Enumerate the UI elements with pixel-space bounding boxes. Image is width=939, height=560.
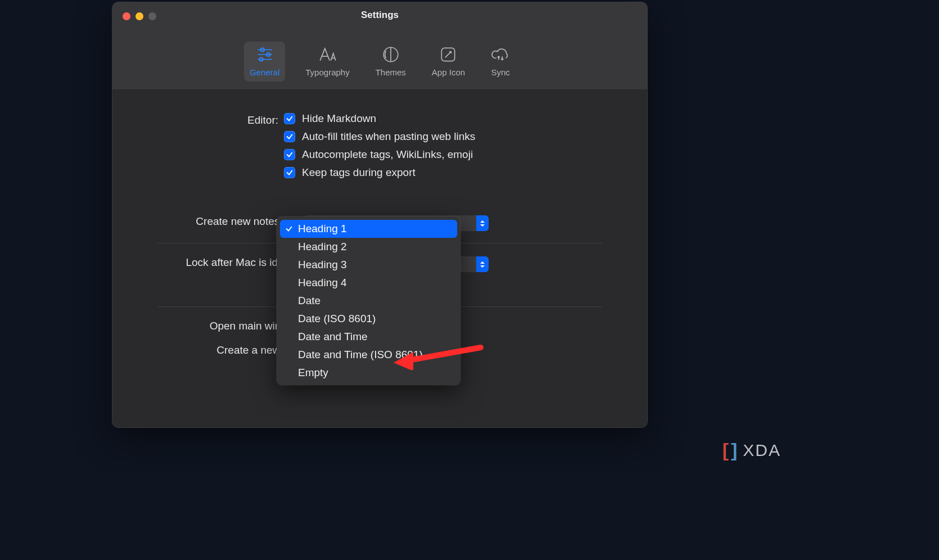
editor-section-label: Editor: (135, 112, 284, 127)
dropdown-option[interactable]: Heading 3 (280, 256, 457, 274)
tab-general[interactable]: General (244, 42, 285, 82)
tab-themes[interactable]: Themes (370, 42, 412, 82)
dropdown-option[interactable]: Heading 4 (280, 274, 457, 292)
dropdown-option[interactable]: Date and Time (280, 328, 457, 346)
checkbox-keep-tags-export[interactable] (284, 167, 295, 178)
dropdown-option[interactable]: Date and Time (ISO 8601) (280, 346, 457, 364)
dropdown-option[interactable]: Date (280, 292, 457, 310)
typography-icon (318, 45, 337, 64)
settings-window: Settings General Typography Themes (112, 2, 648, 428)
dropdown-option-label: Date (ISO 8601) (298, 313, 376, 325)
cloud-sync-icon (491, 45, 510, 64)
dropdown-option[interactable]: Heading 2 (280, 238, 457, 256)
dropdown-option-label: Heading 1 (298, 223, 347, 235)
app-icon-icon (439, 45, 458, 64)
chevron-updown-icon (476, 256, 489, 272)
create-new-notes-dropdown: Heading 1Heading 2Heading 3Heading 4Date… (277, 216, 461, 385)
chevron-updown-icon (476, 215, 489, 231)
settings-toolbar: General Typography Themes App Icon (112, 42, 647, 82)
palette-icon (381, 45, 400, 64)
dropdown-option-label: Date (298, 295, 320, 307)
dropdown-option-label: Heading 3 (298, 259, 347, 271)
window-title: Settings (112, 10, 647, 21)
dropdown-option[interactable]: Date (ISO 8601) (280, 310, 457, 328)
tab-app-icon[interactable]: App Icon (426, 42, 471, 82)
dropdown-option-label: Date and Time (ISO 8601) (298, 349, 423, 361)
xda-logo: [] XDA (723, 439, 781, 461)
settings-content: Editor: Hide Markdown Auto-fill titles w… (112, 90, 647, 427)
bracket-left-icon: [ (723, 439, 730, 461)
checkbox-hide-markdown[interactable] (284, 113, 295, 124)
dropdown-option-label: Heading 2 (298, 241, 347, 253)
checkbox-label: Hide Markdown (302, 112, 376, 125)
dropdown-option-label: Empty (298, 367, 328, 379)
checkbox-label: Keep tags during export (302, 166, 416, 179)
dropdown-option[interactable]: Heading 1 (280, 220, 457, 238)
logo-text: XDA (743, 441, 781, 460)
checkbox-label: Auto-fill titles when pasting web links (302, 130, 475, 143)
tab-typography[interactable]: Typography (300, 42, 355, 82)
tab-sync[interactable]: Sync (485, 42, 516, 82)
bracket-right-icon: ] (731, 439, 738, 461)
dropdown-option[interactable]: Empty (280, 364, 457, 382)
dropdown-option-label: Date and Time (298, 331, 368, 343)
tab-label: Sync (491, 67, 509, 77)
checkmark-icon (285, 225, 294, 233)
tab-label: General (250, 67, 279, 77)
sliders-icon (255, 45, 274, 64)
dropdown-option-label: Heading 4 (298, 277, 347, 289)
tab-label: App Icon (432, 67, 465, 77)
checkbox-autocomplete-tags[interactable] (284, 149, 295, 160)
tab-label: Typography (305, 67, 349, 77)
checkbox-autofill-titles[interactable] (284, 131, 295, 142)
checkbox-label: Autocomplete tags, WikiLinks, emoji (302, 148, 473, 161)
titlebar: Settings General Typography Themes (112, 2, 647, 90)
tab-label: Themes (376, 67, 406, 77)
